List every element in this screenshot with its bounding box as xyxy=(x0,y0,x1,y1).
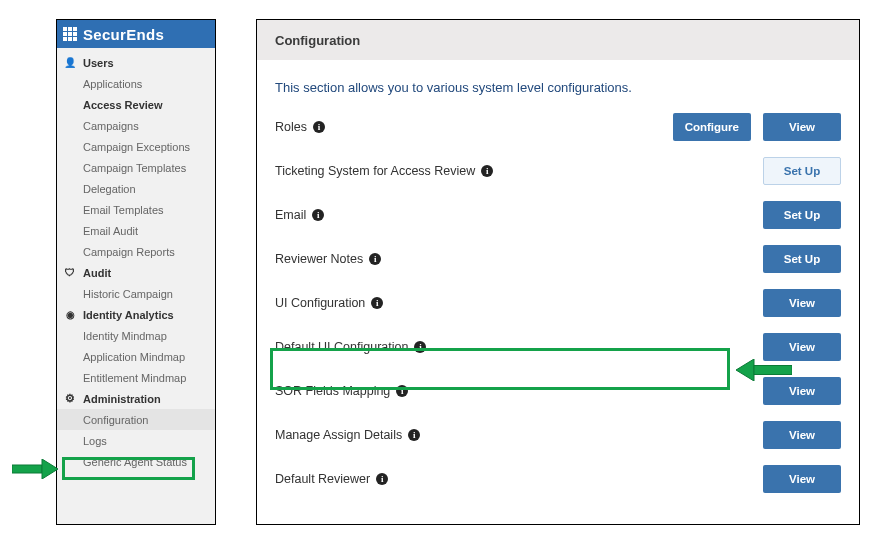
config-row-label: UI Configurationi xyxy=(275,296,763,310)
config-row-label: Default UI Configurationi xyxy=(275,340,763,354)
svg-marker-2 xyxy=(736,359,754,381)
sidebar-item-label: Campaign Templates xyxy=(83,162,186,174)
info-icon[interactable]: i xyxy=(408,429,420,441)
view-button[interactable]: View xyxy=(763,421,841,449)
view-button[interactable]: View xyxy=(763,289,841,317)
sidebar-item-logs[interactable]: Logs xyxy=(57,430,215,451)
config-row-label: Reviewer Notesi xyxy=(275,252,763,266)
sidebar-item-label: Logs xyxy=(83,435,107,447)
gear-icon xyxy=(63,392,77,406)
config-row-actions: View xyxy=(763,289,841,317)
sidebar-item-label: Applications xyxy=(83,78,142,90)
sidebar-item-label: Campaigns xyxy=(83,120,139,132)
sidebar-section-label: Administration xyxy=(83,393,161,405)
annotation-arrow-row xyxy=(736,359,792,381)
sidebar-item-identity-mindmap[interactable]: Identity Mindmap xyxy=(57,325,215,346)
sidebar-item-label: Generic Agent Status xyxy=(83,456,187,468)
sidebar-item-campaigns[interactable]: Campaigns xyxy=(57,115,215,136)
info-icon[interactable]: i xyxy=(369,253,381,265)
config-row-actions: View xyxy=(763,421,841,449)
config-row-default-reviewer: Default RevieweriView xyxy=(275,457,841,501)
brand-name: SecurEnds xyxy=(83,26,164,43)
apps-grid-icon[interactable] xyxy=(63,27,77,41)
sidebar-item-label: Identity Mindmap xyxy=(83,330,167,342)
shield-icon xyxy=(63,266,77,280)
sidebar-item-campaign-reports[interactable]: Campaign Reports xyxy=(57,241,215,262)
info-icon[interactable]: i xyxy=(414,341,426,353)
sidebar-section-audit[interactable]: Audit xyxy=(57,262,215,283)
sidebar-section-users[interactable]: Users xyxy=(57,52,215,73)
sidebar-section-label: Audit xyxy=(83,267,111,279)
finger-icon xyxy=(63,308,77,322)
sidebar-item-label: Campaign Reports xyxy=(83,246,175,258)
config-row-label: SOR Fields Mappingi xyxy=(275,384,763,398)
config-row-label: Ticketing System for Access Reviewi xyxy=(275,164,763,178)
sidebar-item-email-templates[interactable]: Email Templates xyxy=(57,199,215,220)
view-button[interactable]: View xyxy=(763,113,841,141)
view-button[interactable]: View xyxy=(763,377,841,405)
annotation-arrow-sidebar xyxy=(12,459,58,479)
config-row-label: Rolesi xyxy=(275,120,673,134)
sidebar-item-generic-agent-status[interactable]: Generic Agent Status xyxy=(57,451,215,472)
config-row-reviewer-notes: Reviewer NotesiSet Up xyxy=(275,237,841,281)
sidebar-item-application-mindmap[interactable]: Application Mindmap xyxy=(57,346,215,367)
info-icon[interactable]: i xyxy=(371,297,383,309)
info-icon[interactable]: i xyxy=(376,473,388,485)
configure-button[interactable]: Configure xyxy=(673,113,751,141)
config-row-actions: Set Up xyxy=(763,201,841,229)
svg-marker-1 xyxy=(42,459,58,479)
view-button[interactable]: View xyxy=(763,465,841,493)
sidebar-item-label: Delegation xyxy=(83,183,136,195)
set-up-button[interactable]: Set Up xyxy=(763,157,841,185)
config-row-label: Manage Assign Detailsi xyxy=(275,428,763,442)
main-panel: Configuration This section allows you to… xyxy=(256,19,860,525)
config-row-actions: View xyxy=(763,333,841,361)
user-icon xyxy=(63,56,77,70)
config-row-actions: Set Up xyxy=(763,157,841,185)
config-row-actions: View xyxy=(763,377,841,405)
view-button[interactable]: View xyxy=(763,333,841,361)
sidebar-item-label: Application Mindmap xyxy=(83,351,185,363)
config-row-actions: ConfigureView xyxy=(673,113,841,141)
sidebar-item-applications[interactable]: Applications xyxy=(57,73,215,94)
sidebar-section-label: Access Review xyxy=(83,99,163,111)
config-row-label: Default Revieweri xyxy=(275,472,763,486)
sidebar-item-campaign-exceptions[interactable]: Campaign Exceptions xyxy=(57,136,215,157)
sidebar-item-label: Entitlement Mindmap xyxy=(83,372,186,384)
sidebar-item-campaign-templates[interactable]: Campaign Templates xyxy=(57,157,215,178)
sidebar-section-access-review[interactable]: Access Review xyxy=(57,94,215,115)
config-rows: RolesiConfigureViewTicketing System for … xyxy=(257,105,859,501)
info-icon[interactable]: i xyxy=(396,385,408,397)
info-icon[interactable]: i xyxy=(313,121,325,133)
info-icon[interactable]: i xyxy=(312,209,324,221)
sidebar-section-administration[interactable]: Administration xyxy=(57,388,215,409)
set-up-button[interactable]: Set Up xyxy=(763,245,841,273)
sidebar-item-label: Historic Campaign xyxy=(83,288,173,300)
config-row-actions: View xyxy=(763,465,841,493)
sidebar: SecurEnds UsersApplicationsAccess Review… xyxy=(56,19,216,525)
set-up-button[interactable]: Set Up xyxy=(763,201,841,229)
grid-icon xyxy=(63,98,77,112)
sidebar-section-identity-analytics[interactable]: Identity Analytics xyxy=(57,304,215,325)
sidebar-item-historic-campaign[interactable]: Historic Campaign xyxy=(57,283,215,304)
sidebar-item-email-audit[interactable]: Email Audit xyxy=(57,220,215,241)
brand-bar: SecurEnds xyxy=(57,20,215,48)
svg-rect-0 xyxy=(12,465,42,473)
sidebar-nav: UsersApplicationsAccess ReviewCampaignsC… xyxy=(57,48,215,472)
config-row-manage-assign-details: Manage Assign DetailsiView xyxy=(275,413,841,457)
config-row-ticketing-system-for-access-review: Ticketing System for Access ReviewiSet U… xyxy=(275,149,841,193)
sidebar-item-label: Email Templates xyxy=(83,204,164,216)
svg-rect-3 xyxy=(754,366,792,375)
info-icon[interactable]: i xyxy=(481,165,493,177)
sidebar-section-label: Users xyxy=(83,57,114,69)
sidebar-section-label: Identity Analytics xyxy=(83,309,174,321)
sidebar-item-entitlement-mindmap[interactable]: Entitlement Mindmap xyxy=(57,367,215,388)
sidebar-item-label: Email Audit xyxy=(83,225,138,237)
page-title: Configuration xyxy=(257,20,859,60)
config-row-label: Emaili xyxy=(275,208,763,222)
sidebar-item-configuration[interactable]: Configuration xyxy=(57,409,215,430)
config-row-roles: RolesiConfigureView xyxy=(275,105,841,149)
sidebar-item-delegation[interactable]: Delegation xyxy=(57,178,215,199)
config-row-ui-configuration: UI ConfigurationiView xyxy=(275,281,841,325)
config-row-email: EmailiSet Up xyxy=(275,193,841,237)
